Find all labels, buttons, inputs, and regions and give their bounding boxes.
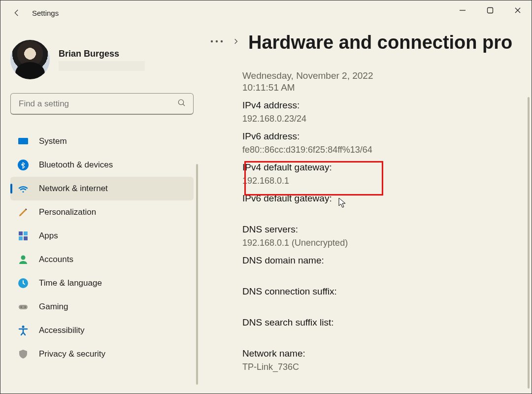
svg-point-14 [21,306,22,307]
settings-window: Settings Brian Burgess System Bluetooth [0,0,532,394]
nav-label: System [39,136,67,146]
dns-suffix-label: DNS connection suffix: [242,286,522,297]
paint-icon [16,205,30,219]
ipv4-gateway-label: IPv4 default gateway: [242,162,522,173]
apps-icon [16,229,30,243]
nav-label: Apps [39,231,58,241]
svg-rect-9 [19,236,23,240]
shield-icon [16,347,30,361]
nav-privacy[interactable]: Privacy & security [10,342,194,366]
gaming-icon [16,300,30,314]
profile-block[interactable]: Brian Burgess [10,40,205,79]
network-name-label: Network name: [242,348,522,359]
accessibility-icon [16,324,30,337]
network-name-value: TP-Link_736C [242,362,522,372]
dns-suffix-value [242,300,522,310]
ipv4-gateway-value: 192.168.0.1 [242,176,522,186]
nav-label: Bluetooth & devices [39,160,113,170]
search-box[interactable] [10,93,194,115]
avatar [10,40,50,79]
window-controls [449,0,532,20]
nav-network[interactable]: Network & internet [10,177,194,200]
sidebar-scrollbar[interactable] [196,164,198,385]
timestamp-time: 10:11:51 AM [242,82,522,93]
svg-point-11 [21,256,26,260]
nav-label: Accessibility [39,326,85,335]
dns-domain-label: DNS domain name: [242,255,522,266]
nav-label: Accounts [39,255,73,264]
timestamp-date: Wednesday, November 2, 2022 [242,70,522,81]
nav-time[interactable]: Time & language [10,271,194,295]
app-title: Settings [32,9,59,17]
ipv4-address-label: IPv4 address: [242,100,522,111]
profile-email-redacted [59,61,145,71]
nav-apps[interactable]: Apps [10,224,194,248]
nav-accessibility[interactable]: Accessibility [10,319,194,342]
dns-search-label: DNS search suffix list: [242,317,522,328]
system-icon [16,134,30,148]
svg-point-18 [216,40,218,42]
search-icon [177,98,186,109]
ipv6-address-value: fe80::86cc:d319:6f25:84ff%13/64 [242,145,522,155]
sidebar: Brian Burgess System Bluetooth & devices… [0,25,205,394]
clock-icon [16,276,30,290]
svg-rect-10 [24,236,28,240]
more-icon[interactable] [210,36,224,48]
properties-panel: Wednesday, November 2, 2022 10:11:51 AM … [205,65,522,373]
nav-gaming[interactable]: Gaming [10,295,194,319]
dns-servers-value: 192.168.0.1 (Unencrypted) [242,238,522,248]
search-input[interactable] [18,98,177,109]
main-pane: Hardware and connection pro Wednesday, N… [205,25,532,394]
dns-search-value [242,331,522,341]
svg-rect-7 [19,231,23,235]
ipv6-gateway-value [242,207,522,217]
svg-rect-13 [19,305,28,309]
nav-personalization[interactable]: Personalization [10,200,194,224]
svg-point-15 [25,306,26,307]
back-button[interactable] [10,6,23,19]
svg-point-2 [178,99,184,105]
bluetooth-icon [16,158,30,172]
nav-label: Gaming [39,302,68,312]
maximize-button[interactable] [476,0,504,20]
nav-label: Privacy & security [39,349,105,359]
svg-rect-4 [18,138,28,144]
svg-rect-8 [24,231,28,235]
svg-line-3 [183,104,185,106]
nav-system[interactable]: System [10,130,194,153]
svg-point-19 [221,40,223,42]
nav-accounts[interactable]: Accounts [10,248,194,271]
page-title: Hardware and connection pro [248,32,512,53]
dns-servers-label: DNS servers: [242,224,522,235]
nav-label: Personalization [39,207,96,217]
nav-bluetooth[interactable]: Bluetooth & devices [10,153,194,177]
nav-label: Time & language [39,278,102,288]
ipv6-address-label: IPv6 address: [242,131,522,142]
ipv4-address-value: 192.168.0.23/24 [242,114,522,124]
svg-point-17 [211,40,213,42]
nav-label: Network & internet [39,184,108,194]
person-icon [16,253,30,266]
cursor-icon [338,197,347,210]
ipv6-gateway-label: IPv6 default gateway: [242,193,522,204]
page-header: Hardware and connection pro [205,25,532,60]
chevron-right-icon[interactable] [233,37,239,48]
nav-list: System Bluetooth & devices Network & int… [10,130,194,366]
minimize-button[interactable] [449,0,476,20]
titlebar: Settings [0,0,532,25]
svg-point-16 [22,326,25,328]
profile-name: Brian Burgess [59,49,145,59]
svg-rect-1 [488,8,493,13]
dns-domain-value [242,269,522,279]
close-button[interactable] [504,0,532,20]
wifi-icon [16,182,30,196]
content-scrollbar[interactable] [528,97,530,389]
